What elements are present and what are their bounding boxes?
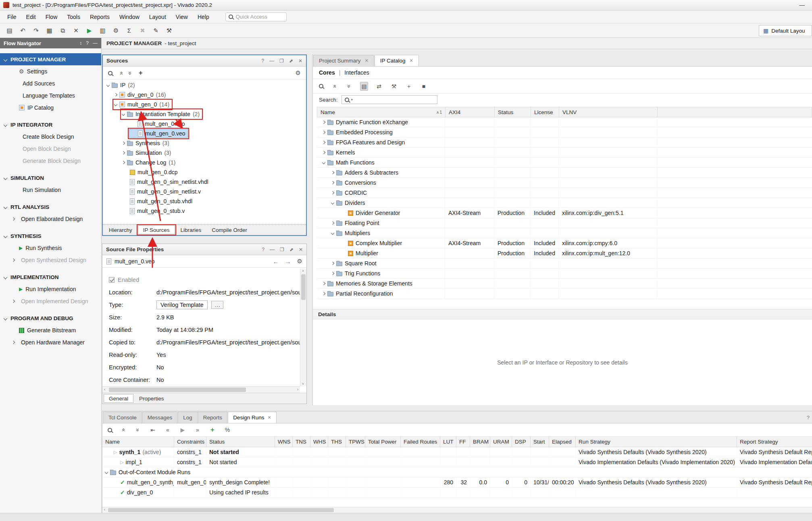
chevron-right-icon[interactable]: [322, 292, 325, 295]
column-header-dsp[interactable]: DSP: [512, 437, 531, 447]
column-header-tpws[interactable]: TPWS: [346, 437, 365, 447]
help-icon[interactable]: ?: [262, 247, 264, 252]
flownav-section-simulation[interactable]: SIMULATION: [0, 172, 101, 184]
debug-icon[interactable]: ⚒: [164, 25, 175, 36]
tree-item-mult-gen-0-stub-vhdl[interactable]: mult_gen_0_stub.vhdl: [103, 196, 306, 206]
settings-gear-icon[interactable]: ⚙: [296, 69, 301, 77]
column-header-failed-routes[interactable]: Failed Routes: [401, 437, 440, 447]
column-header-vlnv[interactable]: VLNV: [559, 107, 658, 117]
close-icon[interactable]: ✕: [365, 58, 369, 63]
ip-row-kernels[interactable]: Kernels: [317, 148, 812, 158]
column-header-ths[interactable]: THS: [328, 437, 346, 447]
menu-window[interactable]: Window: [115, 12, 144, 22]
chevron-right-icon[interactable]: [122, 142, 125, 145]
help-icon[interactable]: ?: [261, 58, 264, 64]
type-combo[interactable]: Verilog Template: [156, 300, 208, 309]
flownav-item-create-block-design[interactable]: Create Block Design: [0, 131, 101, 143]
chevron-down-icon[interactable]: [114, 103, 117, 106]
tree-item-mult-gen-0-dcp[interactable]: mult_gen_0.dcp: [103, 167, 306, 177]
column-header-report-strategy[interactable]: Report Strategy: [737, 437, 812, 447]
step-to-start-icon[interactable]: ⇤: [149, 426, 157, 434]
column-header-start[interactable]: Start: [531, 437, 549, 447]
ip-row-embedded-processing[interactable]: Embedded Processing: [317, 127, 812, 138]
ip-row-partial-reconfiguration[interactable]: Partial Reconfiguration: [317, 289, 812, 299]
flownav-item-language-templates[interactable]: Language Templates: [0, 90, 101, 102]
run-row-div-gen-0[interactable]: ✓div_gen_0Using cached IP results: [102, 488, 812, 498]
flownav-item-open-block-design[interactable]: Open Block Design: [0, 143, 101, 155]
tree-item-mult-gen-0-sim-netlist-v[interactable]: mult_gen_0_sim_netlist.v: [103, 187, 306, 196]
chevron-right-icon[interactable]: [122, 161, 125, 164]
flownav-section-program-and-debug[interactable]: PROGRAM AND DEBUG: [0, 312, 101, 324]
ip-row-divider-generator[interactable]: Divider GeneratorAXI4-StreamProductionIn…: [317, 208, 812, 218]
ip-row-memories-storage-elements[interactable]: Memories & Storage Elements: [317, 279, 812, 289]
menu-view[interactable]: View: [171, 12, 193, 22]
collapse-all-icon[interactable]: »: [119, 426, 127, 434]
edit-icon[interactable]: ✎: [150, 25, 161, 36]
horizontal-scrollbar[interactable]: ‹: [102, 507, 812, 513]
column-header-axi4[interactable]: AXI4: [446, 107, 495, 117]
maximize-icon[interactable]: ⬈: [289, 58, 293, 64]
menu-edit[interactable]: Edit: [21, 12, 41, 22]
expand-all-icon[interactable]: »: [127, 71, 134, 75]
search-icon[interactable]: [108, 428, 112, 432]
resume-icon[interactable]: ▶: [179, 426, 187, 434]
tab-libraries[interactable]: Libraries: [176, 225, 206, 234]
chevron-down-icon[interactable]: [331, 201, 334, 204]
flownav-section-ip-integrator[interactable]: IP INTEGRATOR: [0, 119, 101, 131]
float-icon[interactable]: ❐: [279, 58, 284, 64]
chevron-right-icon[interactable]: [331, 181, 334, 184]
tree-item-mult-gen-0-veo[interactable]: mult_gen_0.veo: [103, 129, 306, 138]
flownav-item-open-synthesized-design[interactable]: Open Synthesized Design: [0, 254, 101, 266]
scroll-left-icon[interactable]: ‹: [104, 507, 105, 512]
enabled-checkbox[interactable]: [109, 277, 115, 283]
scrollbar-thumb[interactable]: [301, 274, 306, 300]
close-icon[interactable]: ✕: [410, 58, 413, 63]
column-header-constraints[interactable]: Constraints: [174, 437, 206, 447]
chevron-down-icon[interactable]: [122, 113, 125, 116]
expand-all-icon[interactable]: »: [345, 82, 353, 90]
tree-item-synthesis[interactable]: Synthesis(3): [103, 138, 306, 148]
help-icon[interactable]: ?: [807, 415, 810, 421]
scroll-down-icon[interactable]: ˅: [302, 382, 304, 386]
help-icon[interactable]: ?: [86, 40, 89, 46]
tab-hierarchy[interactable]: Hierarchy: [104, 225, 137, 234]
flownav-section-implementation[interactable]: IMPLEMENTATION: [0, 271, 101, 283]
quick-access-search[interactable]: Quick Access: [225, 13, 287, 21]
chevron-right-icon[interactable]: [322, 141, 325, 144]
collapse-all-icon[interactable]: »: [330, 82, 338, 90]
maximize-icon[interactable]: ⬈: [289, 247, 294, 252]
tab-ip-catalog[interactable]: IP Catalog✕: [375, 55, 419, 66]
tree-item-mult-gen-0[interactable]: mult_gen_0(14): [103, 100, 306, 109]
run-row-synth-1[interactable]: ▷synth_1(active)constrs_1Not startedViva…: [102, 447, 812, 457]
ip-search-input[interactable]: ▾: [341, 95, 437, 104]
chevron-right-icon[interactable]: [331, 221, 334, 225]
ip-row-adders-subtracters[interactable]: Adders & Subtracters: [317, 168, 812, 178]
dock-icon[interactable]: ↕: [79, 40, 82, 46]
tab-ip-sources[interactable]: IP Sources: [138, 225, 175, 234]
ip-row-trig-functions[interactable]: Trig Functions: [317, 269, 812, 279]
ip-row-cordic[interactable]: CORDIC: [317, 188, 812, 198]
run-icon[interactable]: ▶: [84, 25, 95, 36]
flownav-item-generate-bitstream[interactable]: Generate Bitstream: [0, 324, 101, 336]
flownav-item-open-implemented-design[interactable]: Open Implemented Design: [0, 295, 101, 307]
ip-row-floating-point[interactable]: Floating Point: [317, 218, 812, 228]
search-icon[interactable]: [108, 71, 112, 75]
ip-row-math-functions[interactable]: Math Functions: [317, 158, 812, 168]
scroll-up-icon[interactable]: ˄: [302, 269, 304, 273]
menu-help[interactable]: Help: [193, 12, 214, 22]
chevron-right-icon[interactable]: [331, 262, 334, 265]
flownav-item-run-implementation[interactable]: ▶Run Implementation: [0, 283, 101, 295]
scrollbar-thumb[interactable]: [108, 508, 334, 512]
settings-gear-icon[interactable]: ⚙: [297, 258, 302, 265]
flownav-section-synthesis[interactable]: SYNTHESIS: [0, 230, 101, 242]
minimize-panel-icon[interactable]: —: [93, 40, 98, 46]
column-header-run-strategy[interactable]: Run Strategy: [576, 437, 737, 447]
tab-project-summary[interactable]: Project Summary✕: [313, 55, 374, 66]
ip-row-multiplier[interactable]: MultiplierProductionIncludedxilinx.com:i…: [317, 248, 812, 258]
tab-cores[interactable]: Cores: [319, 69, 335, 76]
collapse-all-icon[interactable]: »: [117, 71, 124, 75]
scrollbar-thumb[interactable]: [109, 388, 246, 392]
search-icon[interactable]: [319, 84, 323, 88]
copy-icon[interactable]: ⧉: [57, 25, 68, 36]
menu-flow[interactable]: Flow: [41, 12, 62, 22]
